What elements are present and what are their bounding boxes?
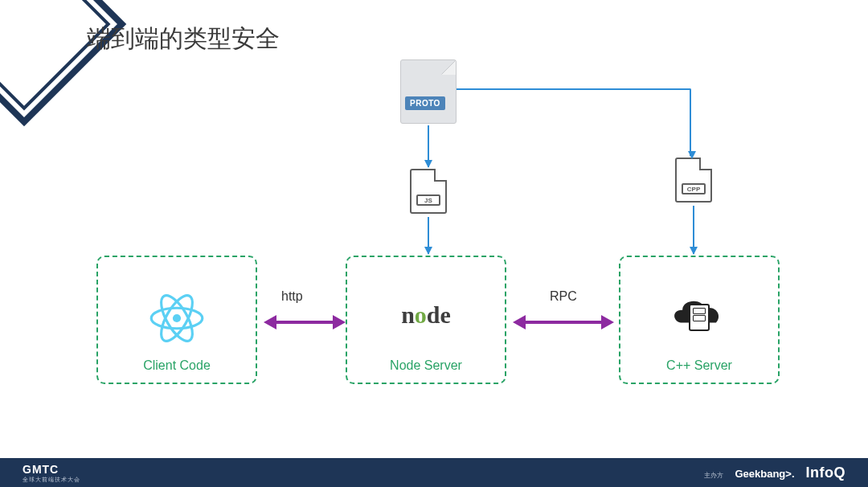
js-file-node: JS [410,169,447,214]
diagram-stage: PROTO JS CPP Client Code node Node Serve… [0,48,868,455]
arrow-rpc [513,315,614,329]
node-caption: Node Server [390,358,462,373]
react-icon [149,290,205,350]
footer-bar: GMTC 全球大前端技术大会 主办方 Geekbang>. InfoQ [0,458,868,487]
svg-point-3 [173,314,181,322]
client-caption: Client Code [143,358,211,373]
arrow-http [264,315,346,329]
nodejs-logo: node [401,301,451,329]
node-server-box: node Node Server [346,256,506,384]
js-file-label: JS [416,194,440,206]
footer-right: 主办方 Geekbang>. InfoQ [704,464,845,481]
proto-file-node: PROTO [400,59,457,124]
footer-host-label: 主办方 [704,471,723,480]
arrow-proto-to-js [428,125,429,167]
node-logo-n: n [401,301,415,328]
footer-geekbang-text: Geekbang>. [735,468,794,480]
arrow-cpp-to-server [693,206,694,254]
proto-badge: PROTO [405,96,445,110]
cpp-caption: C++ Server [666,358,732,373]
arrow-js-to-node [428,217,429,254]
node-logo-o: o [415,301,427,328]
arrow-proto-to-cpp-head [688,151,696,159]
edge-label-rpc: RPC [550,289,577,304]
footer-geekbang: Geekbang>. [735,468,794,480]
node-logo-de: de [427,301,451,328]
cpp-file-label: CPP [682,183,706,194]
footer-brand: GMTC [23,464,80,475]
client-code-box: Client Code [96,256,257,384]
footer-brand-sub: 全球大前端技术大会 [23,477,80,482]
arrow-proto-to-cpp-line [457,88,691,156]
footer-left: GMTC 全球大前端技术大会 [23,464,80,482]
footer-infoq: InfoQ [806,464,846,481]
cloud-server-icon [665,293,734,341]
cpp-file-node: CPP [675,158,712,203]
edge-label-http: http [281,289,303,304]
proto-file-icon [400,59,457,124]
cpp-server-box: C++ Server [619,256,780,384]
